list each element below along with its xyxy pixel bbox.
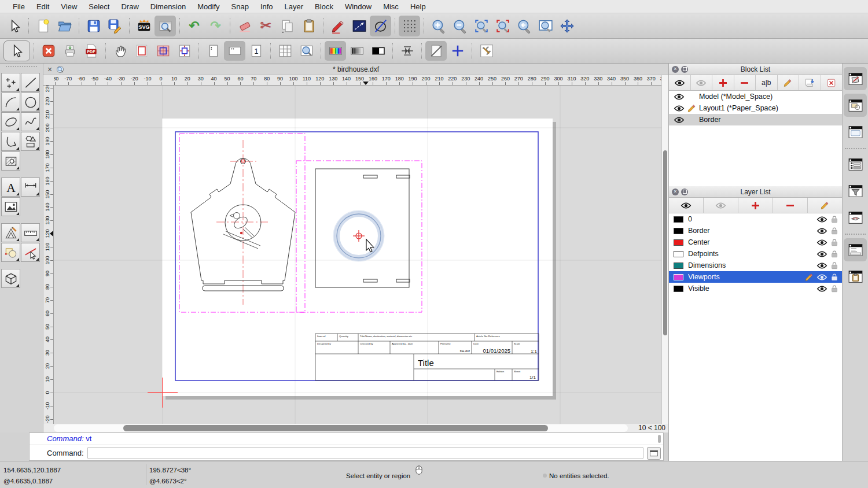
layer-row[interactable]: Visible	[669, 283, 842, 294]
save-document-as-button[interactable]	[104, 16, 126, 36]
ellipse-tools-button[interactable]	[1, 112, 20, 131]
dimension-tools-button[interactable]	[21, 178, 40, 197]
menu-layer[interactable]: Layer	[279, 2, 310, 11]
new-document-button[interactable]	[32, 16, 54, 36]
layer-color-swatch[interactable]	[674, 251, 683, 257]
command-line-panel-toggle-button[interactable]	[844, 238, 867, 261]
layer-lock-icon[interactable]	[829, 261, 840, 269]
landscape-orientation-button[interactable]	[224, 41, 245, 61]
edit-layer-button[interactable]	[808, 198, 842, 213]
menu-misc[interactable]: Misc	[377, 2, 404, 11]
horizontal-scroll-thumb[interactable]	[123, 425, 548, 431]
menu-dimension[interactable]: Dimension	[145, 2, 192, 11]
pan-zoom-button[interactable]	[556, 16, 578, 36]
block-row[interactable]: Layout1 (*Paper_Space)	[669, 102, 842, 114]
edit-block-button[interactable]	[778, 75, 800, 90]
trim-tools-button[interactable]	[21, 243, 40, 262]
insert-block-button[interactable]	[799, 75, 821, 90]
menu-window[interactable]: Window	[339, 2, 377, 11]
rename-block-button[interactable]: a|b	[756, 75, 778, 90]
selection-tools-button[interactable]	[1, 243, 20, 262]
polyline-tools-button[interactable]	[1, 132, 20, 151]
remove-layer-button[interactable]	[773, 198, 808, 213]
preferences-button[interactable]	[476, 41, 497, 61]
zoom-out-button[interactable]	[449, 16, 470, 36]
layer-row[interactable]: Dimensions	[669, 260, 842, 271]
draw-pencil-button[interactable]	[327, 16, 348, 36]
menu-view[interactable]: View	[55, 2, 83, 11]
command-options-button[interactable]	[647, 447, 661, 460]
block-list-panel-toggle-button[interactable]	[844, 67, 867, 90]
text-tool-button[interactable]: A	[1, 178, 20, 197]
layer-visibility-eye-icon[interactable]	[816, 283, 827, 294]
pointer-mode-button[interactable]	[3, 40, 30, 61]
black-white-mode-button[interactable]	[367, 41, 389, 61]
save-document-button[interactable]	[83, 16, 104, 36]
clipboard-panel-toggle-button[interactable]	[844, 265, 867, 288]
document-tab-title[interactable]: * birdhouse.dxf	[43, 65, 668, 73]
canvas-vertical-scrollbar[interactable]	[661, 75, 668, 424]
hatch-tool-button[interactable]	[1, 151, 20, 171]
menu-select[interactable]: Select	[83, 2, 115, 11]
palette-drag-handle[interactable]	[6, 66, 37, 69]
block-visibility-eye-icon[interactable]	[674, 91, 684, 102]
layer-edit-pencil-icon[interactable]	[804, 272, 814, 282]
layer-visibility-eye-icon[interactable]	[816, 249, 827, 260]
paste-button[interactable]	[298, 16, 319, 36]
property-editor-panel-toggle-button[interactable]	[844, 153, 867, 176]
show-paper-borders-button[interactable]	[131, 41, 152, 61]
solid-tools-button[interactable]	[1, 269, 20, 288]
command-input[interactable]	[87, 447, 643, 459]
modify-ellipse-button[interactable]	[370, 16, 391, 36]
layer-row[interactable]: Viewports	[669, 271, 842, 283]
layer-lock-icon[interactable]	[829, 284, 840, 293]
layer-visibility-eye-icon[interactable]	[816, 260, 827, 271]
shape-tools-button[interactable]	[21, 132, 40, 151]
layer-color-swatch[interactable]	[674, 263, 683, 269]
add-block-button[interactable]	[712, 75, 734, 90]
layer-lock-icon[interactable]	[829, 227, 840, 235]
grayscale-mode-button[interactable]	[346, 41, 367, 61]
pdf-export-button[interactable]: PDF	[80, 41, 102, 61]
undo-button[interactable]: ↶	[183, 16, 205, 36]
menu-file[interactable]: File	[7, 2, 31, 11]
menu-snap[interactable]: Snap	[226, 2, 255, 11]
page-grid-button[interactable]	[274, 41, 296, 61]
close-print-preview-button[interactable]	[38, 41, 59, 61]
layer-color-swatch[interactable]	[674, 274, 683, 280]
layer-color-swatch[interactable]	[674, 286, 683, 292]
draft-mode-button[interactable]	[425, 41, 447, 61]
copy-button[interactable]	[277, 16, 298, 36]
svg-export-button[interactable]: SVG	[133, 16, 155, 36]
purge-unused-blocks-button[interactable]	[821, 75, 843, 90]
layer-list-panel-toggle-button[interactable]	[844, 94, 867, 117]
drawing-canvas[interactable]: Item ref Quantity Title/Name, destinatio…	[54, 86, 661, 424]
layer-row[interactable]: Center	[669, 236, 842, 248]
menu-draw[interactable]: Draw	[115, 2, 144, 11]
layer-row[interactable]: Border	[669, 225, 842, 236]
image-tool-button[interactable]	[1, 197, 20, 216]
command-history-scrollbar[interactable]	[658, 435, 661, 443]
named-views-panel-toggle-button[interactable]	[844, 206, 867, 229]
layer-lock-icon[interactable]	[829, 238, 840, 246]
auto-fit-drawing-button[interactable]	[174, 41, 195, 61]
point-tools-button[interactable]	[1, 73, 20, 92]
canvas-horizontal-scrollbar[interactable]	[54, 424, 628, 432]
menu-block[interactable]: Block	[309, 2, 339, 11]
print-preview-button[interactable]	[155, 16, 176, 36]
layer-color-swatch[interactable]	[674, 216, 683, 223]
layer-visibility-eye-icon[interactable]	[816, 237, 827, 248]
zoom-selection-button[interactable]	[492, 16, 513, 36]
layer-row[interactable]: Defpoints	[669, 248, 842, 260]
layer-color-swatch[interactable]	[674, 228, 683, 234]
vertical-scroll-thumb[interactable]	[663, 150, 667, 335]
hide-all-layers-button[interactable]	[704, 198, 738, 213]
multiple-pages-button[interactable]	[152, 41, 174, 61]
menu-info[interactable]: Info	[255, 2, 279, 11]
menu-edit[interactable]: Edit	[31, 2, 55, 11]
layer-visibility-eye-icon[interactable]	[816, 225, 827, 236]
delete-entities-button[interactable]	[234, 16, 255, 36]
page-count-button[interactable]: 1	[245, 41, 267, 61]
block-visibility-eye-icon[interactable]	[674, 114, 684, 125]
modify-tools-button[interactable]	[1, 223, 20, 242]
